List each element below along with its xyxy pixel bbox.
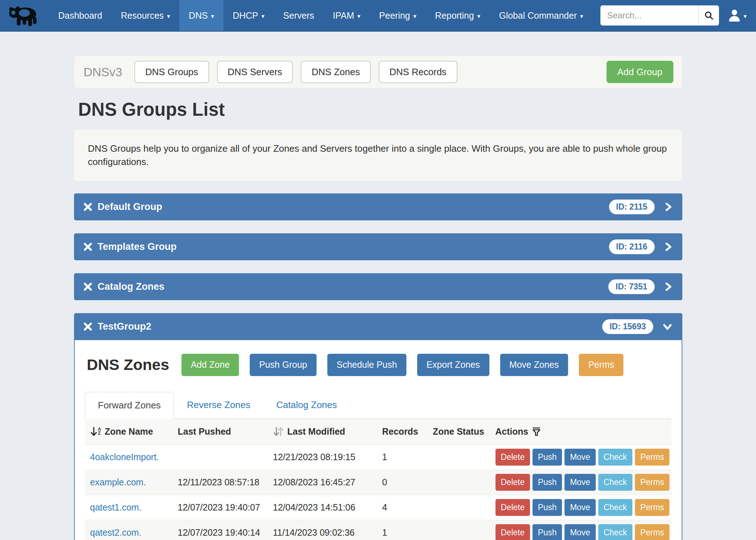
- push-group-button[interactable]: Push Group: [250, 354, 316, 376]
- search-button[interactable]: [698, 5, 719, 26]
- nav-item-resources[interactable]: Resources▾: [111, 0, 179, 31]
- chevron-right-icon: [663, 242, 673, 252]
- zone-name-link[interactable]: qatest1.com.: [90, 502, 142, 513]
- delete-button[interactable]: Delete: [495, 524, 530, 540]
- nav-item-global-commander[interactable]: Global Commander▾: [490, 0, 593, 31]
- row-actions: DeletePushMoveCheckPerms: [495, 499, 670, 516]
- user-menu[interactable]: ▾: [728, 9, 747, 22]
- move-button[interactable]: Move: [564, 449, 595, 466]
- table-row: 4oakcloneImport.12/21/2023 08:19:151Dele…: [85, 445, 672, 470]
- column-label: Last Modified: [287, 426, 345, 437]
- column-label: Actions: [495, 426, 529, 437]
- nav-item-servers[interactable]: Servers: [274, 0, 323, 31]
- chevron-down-icon: ▾: [743, 13, 747, 19]
- group-bar-testgroup2[interactable]: TestGroup2ID: 15693: [74, 313, 682, 340]
- nav-item-peering[interactable]: Peering▾: [370, 0, 426, 31]
- dns-toolbar: DNSv3 DNS GroupsDNS ServersDNS ZonesDNS …: [74, 56, 682, 88]
- export-zones-button[interactable]: Export Zones: [417, 354, 489, 376]
- move-button[interactable]: Move: [564, 474, 595, 491]
- dns-groups-button[interactable]: DNS Groups: [134, 61, 209, 83]
- last-modified-cell: 12/04/2023 14:51:06: [268, 502, 377, 513]
- search-input[interactable]: [600, 5, 698, 26]
- group-id-badge: ID: 7351: [608, 279, 654, 294]
- zone-name-link[interactable]: example.com.: [90, 477, 146, 488]
- records-cell: 1: [377, 452, 428, 462]
- nav-item-dns[interactable]: DNS▾: [179, 0, 223, 31]
- perms-button[interactable]: Perms: [635, 474, 669, 491]
- group-id-badge: ID: 15693: [602, 319, 653, 334]
- nav-item-dhcp[interactable]: DHCP▾: [223, 0, 274, 31]
- table-row: qatest2.com.12/07/2023 19:40:1411/14/202…: [85, 520, 672, 540]
- column-label: Last Pushed: [178, 426, 231, 437]
- actions-cell: DeletePushMoveCheckPerms: [490, 524, 672, 540]
- check-button[interactable]: Check: [598, 449, 632, 466]
- delete-button[interactable]: Delete: [495, 474, 530, 491]
- column-label: Records: [382, 426, 418, 437]
- zone-name-link[interactable]: qatest2.com.: [90, 527, 142, 538]
- group-bar-right: ID: 2115: [609, 200, 673, 214]
- nav-item-reporting[interactable]: Reporting▾: [426, 0, 490, 31]
- tab-forward-zones[interactable]: Forward Zones: [85, 392, 174, 419]
- sort-letters: AZ: [98, 427, 101, 435]
- perms-button[interactable]: Perms: [579, 354, 623, 376]
- records-cell: 1: [377, 527, 428, 538]
- perms-button[interactable]: Perms: [635, 499, 669, 516]
- check-button[interactable]: Check: [598, 499, 632, 516]
- zones-panel: DNS Zones Add ZonePush GroupSchedule Pus…: [74, 340, 682, 540]
- chevron-down-icon: [662, 322, 673, 331]
- chevron-down-icon: ▾: [413, 13, 416, 19]
- sort-arrow-icon: [90, 427, 97, 436]
- tab-catalog-zones[interactable]: Catalog Zones: [263, 392, 350, 418]
- dns-servers-button[interactable]: DNS Servers: [217, 61, 293, 83]
- navbar: DashboardResources▾DNS▾DHCP▾ServersIPAM▾…: [0, 0, 756, 32]
- nav-item-dashboard[interactable]: Dashboard: [49, 0, 111, 31]
- push-button[interactable]: Push: [533, 499, 562, 516]
- column-header-last-pushed: Last Pushed: [172, 426, 268, 437]
- check-button[interactable]: Check: [598, 474, 632, 491]
- group-bar-templates-group[interactable]: Templates GroupID: 2116: [74, 233, 682, 260]
- column-header-actions[interactable]: Actions: [490, 426, 672, 437]
- dns-records-button[interactable]: DNS Records: [379, 61, 457, 83]
- tab-reverse-zones[interactable]: Reverse Zones: [174, 392, 263, 418]
- column-label: Zone Name: [105, 426, 153, 437]
- schedule-push-button[interactable]: Schedule Push: [327, 354, 406, 376]
- column-header-zone-name[interactable]: AZZone Name: [85, 426, 172, 437]
- chevron-down-icon: ▾: [167, 13, 170, 19]
- move-button[interactable]: Move: [564, 524, 595, 540]
- group-bar-default-group[interactable]: Default GroupID: 2115: [74, 193, 682, 220]
- actions-cell: DeletePushMoveCheckPerms: [490, 499, 672, 516]
- page-title: DNS Groups List: [78, 99, 682, 120]
- dns-zones-button[interactable]: DNS Zones: [301, 61, 370, 83]
- delete-button[interactable]: Delete: [495, 449, 530, 466]
- group-bar-catalog-zones[interactable]: Catalog ZonesID: 7351: [74, 273, 682, 300]
- column-header-last-modified[interactable]: Last Modified: [268, 426, 377, 437]
- delete-button[interactable]: Delete: [495, 499, 530, 516]
- zone-name-link[interactable]: 4oakcloneImport.: [90, 452, 159, 462]
- add-zone-button[interactable]: Add Zone: [181, 354, 239, 376]
- chevron-down-icon: ▾: [262, 13, 265, 19]
- nav-item-ipam[interactable]: IPAM▾: [323, 0, 370, 31]
- check-button[interactable]: Check: [598, 524, 632, 540]
- push-button[interactable]: Push: [533, 474, 562, 491]
- nav-item-label: Dashboard: [58, 10, 102, 21]
- group-bar-right: ID: 7351: [608, 279, 673, 294]
- nav-item-label: Servers: [283, 10, 314, 21]
- last-modified-cell: 12/08/2023 16:45:27: [268, 477, 377, 488]
- move-zones-button[interactable]: Move Zones: [500, 354, 568, 376]
- perms-button[interactable]: Perms: [635, 524, 669, 540]
- nav-item-label: Global Commander: [499, 10, 577, 21]
- perms-button[interactable]: Perms: [635, 449, 669, 466]
- group-bar-right: ID: 2116: [609, 239, 673, 254]
- group-catalog-zones: Catalog ZonesID: 7351: [74, 273, 682, 300]
- zones-tabs: Forward ZonesReverse ZonesCatalog Zones: [85, 392, 672, 419]
- chevron-right-icon: [663, 202, 673, 212]
- zones-buttons: Add ZonePush GroupSchedule PushExport Zo…: [181, 354, 624, 376]
- push-button[interactable]: Push: [533, 449, 562, 466]
- zones-header: DNS Zones Add ZonePush GroupSchedule Pus…: [85, 354, 672, 376]
- push-button[interactable]: Push: [533, 524, 562, 540]
- move-button[interactable]: Move: [564, 499, 595, 516]
- group-id-badge: ID: 2115: [609, 200, 655, 214]
- app-logo[interactable]: [0, 0, 49, 31]
- records-cell: 4: [377, 502, 428, 513]
- add-group-button[interactable]: Add Group: [607, 61, 673, 83]
